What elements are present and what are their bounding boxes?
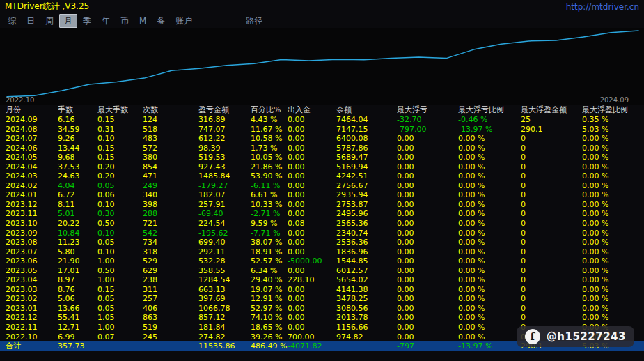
table-cell: 2022.12 <box>6 313 58 323</box>
table-cell: 0 <box>521 256 582 266</box>
table-cell: 55.41 <box>58 313 97 323</box>
table-cell: 257.91 <box>198 200 251 210</box>
menu-item-m[interactable]: M <box>134 14 151 28</box>
table-row[interactable]: 2023.025.060.05257397.6912.91 %0.003478.… <box>6 294 644 304</box>
table-cell: 0.00 <box>397 285 458 295</box>
stats-table: 月份手数最大手数次数盈亏金额百分比%出入金余额最大浮亏最大浮亏比例最大浮盈金额最… <box>0 105 644 351</box>
table-cell: 0.00 % <box>582 256 644 266</box>
app-url-link[interactable]: http://mtdriver.cn <box>566 2 639 12</box>
table-row[interactable]: 2023.038.760.15311663.1319.07 %0.004141.… <box>6 285 644 295</box>
table-cell: 0.00 % <box>582 247 644 257</box>
table-cell: 11.23 <box>58 238 97 247</box>
menu-item-zong[interactable]: 综 <box>3 14 21 28</box>
table-cell: 53.90 % <box>251 171 288 181</box>
table-row[interactable]: 2023.0910.840.10542-195.62-7.71 %0.00234… <box>6 229 644 238</box>
table-cell: 0 <box>521 304 582 314</box>
table-cell: 2024.09 <box>6 115 58 125</box>
table-cell: 0.00 % <box>582 219 644 229</box>
table-cell: 0.00 % <box>458 209 521 219</box>
table-cell: 0.00 <box>397 275 458 285</box>
menu-item-nian[interactable]: 年 <box>97 14 115 28</box>
table-row[interactable]: 2024.059.680.15380519.5310.05 %0.005689.… <box>6 153 644 162</box>
table-cell: 612.22 <box>198 134 251 144</box>
menu-item-zhou[interactable]: 周 <box>40 14 58 28</box>
menu-item-zhanghu[interactable]: 账户 <box>171 14 197 28</box>
table-cell: 2023.08 <box>6 238 58 247</box>
table-row[interactable]: 2024.0834.590.31518747.0711.67 %0.007147… <box>6 125 644 135</box>
table-cell: 0.00 <box>288 247 336 257</box>
table-cell <box>143 341 198 351</box>
menu-item-yue[interactable]: 月 <box>59 14 77 28</box>
table-row[interactable]: 2023.0621.901.00529532.2852.57 %-5000.00… <box>6 256 644 266</box>
table-cell: 7464.04 <box>336 115 397 125</box>
table-cell: 2023.12 <box>6 200 58 210</box>
table-row[interactable]: 2023.115.010.30288-69.40-2.71 %0.002495.… <box>6 209 644 219</box>
table-cell: 0.00 <box>288 323 336 332</box>
table-cell: 9.59 % <box>251 219 288 229</box>
table-cell: 0 <box>521 181 582 191</box>
menu-item-ji[interactable]: 季 <box>78 14 96 28</box>
table-cell: 311 <box>143 285 198 295</box>
table-row[interactable]: 2022.1255.411.05863857.1274.10 %0.002013… <box>6 313 644 323</box>
table-cell: 0.00 <box>397 181 458 191</box>
table-cell: 2495.96 <box>336 209 397 219</box>
menu-item-bi[interactable]: 币 <box>116 14 134 28</box>
table-cell: 8.11 <box>58 200 97 210</box>
table-cell: 52.57 % <box>251 256 288 266</box>
table-row[interactable]: 2024.0613.440.1557298.391.73 %0.005787.8… <box>6 144 644 153</box>
table-cell: 747.07 <box>198 125 251 135</box>
table-cell: 0.00 <box>288 285 336 295</box>
table-row[interactable]: 2023.0113.660.054061066.7852.97 %0.00308… <box>6 304 644 314</box>
table-cell: 2023.07 <box>6 247 58 257</box>
table-row[interactable]: 2023.048.971.002381284.5429.40 %228.1056… <box>6 275 644 285</box>
menu-item-lujing[interactable]: 路径 <box>241 14 267 28</box>
table-cell: 0.00 <box>288 209 336 219</box>
table-row[interactable]: 2024.079.260.10483612.2210.58 %0.006400.… <box>6 134 644 144</box>
table-cell: 34.59 <box>58 125 97 135</box>
table-cell: 927.43 <box>198 162 251 172</box>
table-cell: 0.00 <box>288 115 336 125</box>
table-cell: 0.00 % <box>458 275 521 285</box>
table-row[interactable]: 2023.0811.230.05734699.4038.07 %0.002536… <box>6 238 644 247</box>
table-cell: 39.26 % <box>251 332 288 342</box>
table-row[interactable]: 2024.016.720.06340182.076.61 %0.002935.9… <box>6 190 644 200</box>
table-cell: 2536.36 <box>336 238 397 247</box>
table-row[interactable]: 2024.0437.530.20854927.4321.86 %0.005169… <box>6 162 644 172</box>
table-cell: 0.00 <box>397 304 458 314</box>
table-cell: 0.00 <box>397 171 458 181</box>
table-cell: 0.00 <box>397 162 458 172</box>
table-cell: 0.15 <box>97 153 143 162</box>
column-header: 最大手数 <box>97 105 143 115</box>
table-cell: 0 <box>521 247 582 257</box>
table-cell: 397.69 <box>198 294 251 304</box>
table-cell: 0.00 <box>288 190 336 200</box>
table-cell: 4141.38 <box>336 285 397 295</box>
menu-item-ri[interactable]: 日 <box>22 14 40 28</box>
table-cell: 0.00 % <box>582 153 644 162</box>
table-cell: 2340.74 <box>336 229 397 238</box>
table-cell: 2024.01 <box>6 190 58 200</box>
table-row[interactable]: 2024.096.160.15124316.894.43 %0.007464.0… <box>6 115 644 125</box>
table-cell: 0.00 % <box>458 323 521 332</box>
table-cell: 224.54 <box>198 219 251 229</box>
table-cell: 2023.04 <box>6 275 58 285</box>
column-header: 最大浮盈比例 <box>582 105 644 115</box>
table-row[interactable]: 2024.0324.630.204711485.8453.90 %0.00424… <box>6 171 644 181</box>
table-cell: 0.00 <box>288 200 336 210</box>
table-row[interactable]: 2023.075.800.10318292.1118.91 %0.001836.… <box>6 247 644 257</box>
table-row[interactable]: 2024.024.040.05249-179.27-6.11 %0.002756… <box>6 181 644 191</box>
table-cell: 0.00 <box>288 229 336 238</box>
table-cell: 1066.78 <box>198 304 251 314</box>
table-row[interactable]: 2023.0517.010.50629358.556.34 %0.006012.… <box>6 266 644 276</box>
menu-item-bei[interactable]: 备 <box>152 14 170 28</box>
table-cell: 0 <box>521 313 582 323</box>
table-cell: 398 <box>143 200 198 210</box>
table-cell: 721 <box>143 219 198 229</box>
table-row[interactable]: 2023.1020.220.50721224.549.59 %0.082565.… <box>6 219 644 229</box>
table-cell: 0.00 % <box>458 162 521 172</box>
table-row[interactable]: 2023.128.110.10398257.9110.33 %0.002753.… <box>6 200 644 210</box>
table-cell: 0 <box>521 134 582 144</box>
table-cell: 0.00 <box>397 247 458 257</box>
table-cell: 74.10 % <box>251 313 288 323</box>
table-cell: 0.00 <box>397 144 458 153</box>
